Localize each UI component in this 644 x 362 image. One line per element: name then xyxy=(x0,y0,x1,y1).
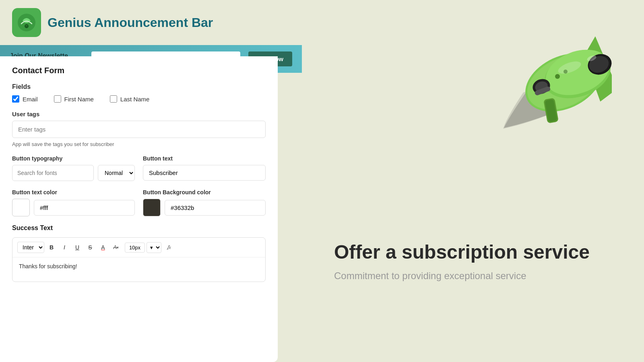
text-color-swatch[interactable] xyxy=(12,199,30,216)
app-icon xyxy=(12,8,41,37)
button-typography-label: Button typography xyxy=(12,155,135,162)
bg-color-row xyxy=(143,199,266,216)
bg-color-input[interactable] xyxy=(165,200,266,216)
editor-toolbar: Inter Arial B I U S A Ax ▾ 𝘐x xyxy=(12,238,265,257)
success-message-text: Thanks for subscribing! xyxy=(19,263,77,269)
app-title: Genius Announcement Bar xyxy=(47,15,213,30)
bg-color-swatch[interactable] xyxy=(143,199,161,216)
button-text-section: Button text xyxy=(143,155,266,181)
font-search-row: Normal Bold Italic xyxy=(12,165,135,181)
fields-label: Fields xyxy=(12,83,266,90)
button-text-color-label: Button text color xyxy=(12,189,135,195)
underline-button[interactable]: U xyxy=(72,242,83,253)
email-field-checkbox[interactable]: Email xyxy=(12,95,38,103)
first-name-checkbox[interactable] xyxy=(54,95,61,103)
italic-button[interactable]: I xyxy=(59,242,70,253)
font-size-row: ▾ xyxy=(125,242,161,253)
font-size-select[interactable]: ▾ xyxy=(147,242,161,253)
font-family-select[interactable]: Inter Arial xyxy=(17,242,44,253)
button-text-input[interactable] xyxy=(143,165,266,181)
button-text-label: Button text xyxy=(143,155,266,162)
first-name-label: First Name xyxy=(64,96,94,103)
typography-text-row: Button typography Normal Bold Italic But… xyxy=(12,155,266,181)
megaphone-illustration xyxy=(499,20,612,134)
offer-subtext: Commitment to providing exceptional serv… xyxy=(334,270,590,282)
last-name-label: Last Name xyxy=(120,96,150,103)
strikethrough-button[interactable]: S xyxy=(85,242,96,253)
tags-hint: App will save the tags you set for subsc… xyxy=(12,141,266,147)
editor-content[interactable]: Thanks for subscribing! xyxy=(12,257,265,282)
section-title: Contact Form xyxy=(12,66,266,75)
rich-text-editor: Inter Arial B I U S A Ax ▾ 𝘐x Thanks for… xyxy=(12,237,266,282)
contact-form-panel: Contact Form Fields Email First Name Las… xyxy=(0,56,278,362)
offer-heading: Offer a subscription service xyxy=(334,241,590,264)
email-label: Email xyxy=(23,96,38,103)
offer-text-block: Offer a subscription service Commitment … xyxy=(334,241,590,282)
text-color-row xyxy=(12,199,135,216)
right-panel: Offer a subscription service Commitment … xyxy=(302,0,644,362)
first-name-field-checkbox[interactable]: First Name xyxy=(54,95,94,103)
font-color-button[interactable]: A xyxy=(97,242,109,253)
button-bg-color-label: Button Background color xyxy=(143,189,266,195)
button-text-color-section: Button text color xyxy=(12,189,135,216)
svg-point-11 xyxy=(555,74,560,79)
color-row-section: Button text color Button Background colo… xyxy=(12,189,266,216)
font-search-input[interactable] xyxy=(12,165,94,181)
last-name-checkbox[interactable] xyxy=(110,95,117,103)
button-bg-color-section: Button Background color xyxy=(143,189,266,216)
bold-button[interactable]: B xyxy=(46,242,57,253)
user-tags-label: User tags xyxy=(12,111,266,117)
font-size-input[interactable] xyxy=(125,243,145,253)
clear-style-button[interactable]: 𝘐x xyxy=(163,242,174,253)
last-name-field-checkbox[interactable]: Last Name xyxy=(110,95,150,103)
user-tags-input[interactable] xyxy=(12,121,266,138)
email-checkbox[interactable] xyxy=(12,95,19,103)
text-color-input[interactable] xyxy=(34,200,135,216)
success-text-title: Success Text xyxy=(12,224,266,232)
font-style-select[interactable]: Normal Bold Italic xyxy=(98,165,135,181)
button-typography-section: Button typography Normal Bold Italic xyxy=(12,155,135,181)
fields-row: Email First Name Last Name xyxy=(12,95,266,103)
clear-format-button[interactable]: Ax xyxy=(110,242,122,253)
